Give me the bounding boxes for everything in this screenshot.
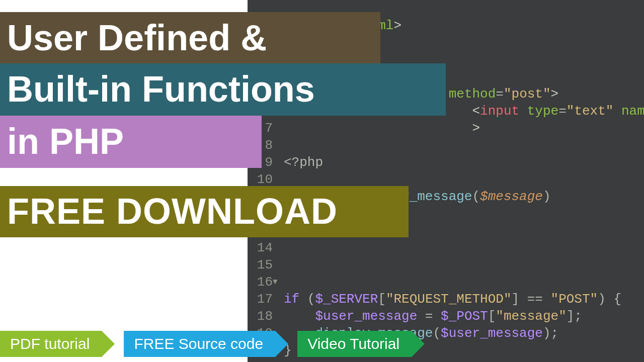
tag-pdf-tutorial[interactable]: PDF tutorial bbox=[0, 331, 102, 357]
tag-video-tutorial[interactable]: Video Tutorial bbox=[297, 331, 412, 357]
title-line-1: User Defined & bbox=[0, 12, 380, 64]
tag-source-code[interactable]: FREE Source code bbox=[124, 331, 275, 357]
tag-row: PDF tutorial FREE Source code Video Tuto… bbox=[0, 331, 412, 357]
title-line-2: Built-in Functions bbox=[0, 63, 446, 116]
title-line-4: FREE DOWNLOAD bbox=[0, 186, 409, 237]
fold-arrow-icon: ▼ bbox=[273, 274, 281, 291]
title-line-3: in PHP bbox=[0, 116, 262, 168]
